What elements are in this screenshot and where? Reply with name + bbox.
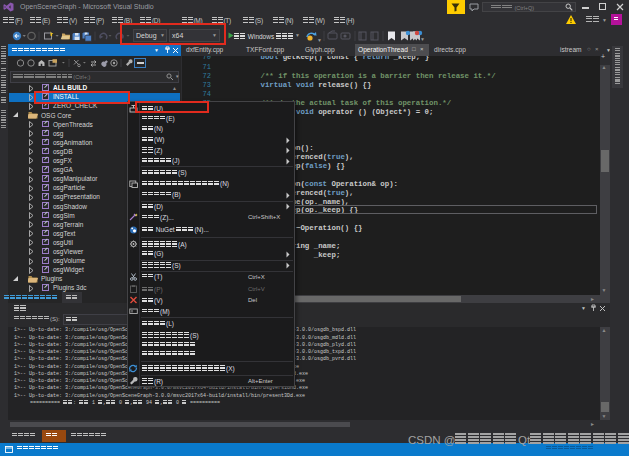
svg-text:▼: ▼ [317, 37, 322, 43]
svg-text:▼: ▼ [420, 36, 425, 42]
